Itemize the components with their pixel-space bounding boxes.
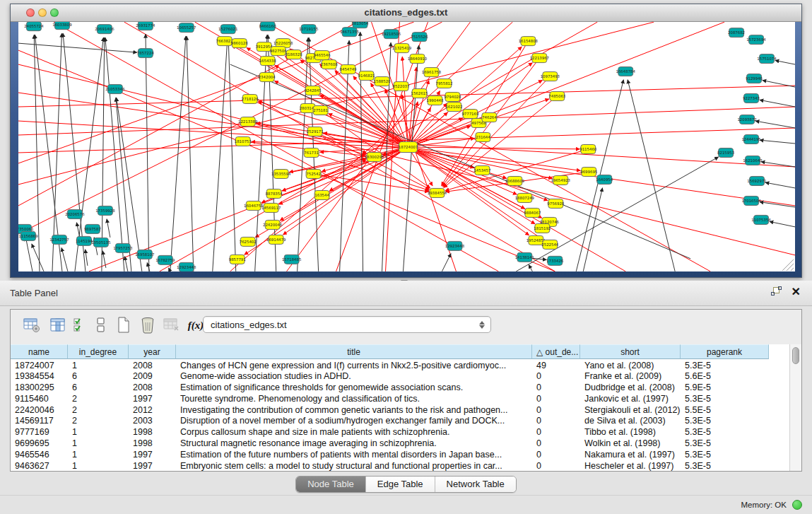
table-cell[interactable]: de Silva et al. (2003) [580, 415, 681, 426]
graph-node[interactable]: 8454749 [340, 65, 358, 74]
graph-node[interactable]: 16210643 [743, 156, 762, 165]
graph-node[interactable]: 16033809 [52, 22, 72, 30]
table-row[interactable]: 2242004622012Investigating the contribut… [11, 404, 789, 415]
graph-node[interactable]: 21053346 [105, 85, 125, 94]
table-cell[interactable]: 9777169 [11, 426, 68, 438]
graph-node[interactable]: 15692971 [747, 176, 766, 185]
graph-node[interactable]: 9897587 [84, 224, 101, 233]
graph-node[interactable]: 13535594 [271, 169, 291, 178]
table-cell[interactable]: 5.5E-5 [681, 404, 769, 415]
table-cell[interactable]: 5.3E-5 [681, 438, 769, 449]
graph-node[interactable]: 8813054 [352, 22, 370, 28]
graph-node[interactable]: 19654923 [551, 175, 570, 185]
table-cell[interactable]: 1 [68, 359, 129, 370]
graph-node[interactable]: 10973493 [541, 72, 560, 81]
graph-node[interactable]: 7515526 [411, 33, 429, 42]
graph-node[interactable]: 26931774 [136, 22, 155, 30]
graph-node[interactable]: 746264 [482, 113, 497, 122]
network-window[interactable]: citations_edges.txt 24055724160338092069… [10, 4, 802, 278]
graph-node[interactable]: 12444195 [741, 135, 760, 144]
table-cell[interactable]: 0 [532, 382, 580, 393]
table-row[interactable]: 1456911722003Disruption of a novel membe… [11, 415, 789, 426]
graph-node[interactable]: 9699695 [580, 167, 597, 176]
table-row[interactable]: 946554611997Estimation of the future num… [11, 448, 789, 460]
table-cell[interactable]: 18724007 [11, 359, 68, 370]
table-cell[interactable]: 2 [68, 392, 129, 404]
row-mode-icon[interactable] [91, 315, 111, 335]
float-panel-icon[interactable] [771, 286, 782, 297]
table-cell[interactable]: 9699695 [11, 438, 68, 449]
graph-node[interactable]: 17359928 [95, 206, 115, 215]
graph-node[interactable]: 9146821 [358, 71, 375, 81]
table-cell[interactable]: 18300295 [11, 382, 68, 393]
graph-node[interactable]: 8466160 [259, 22, 277, 31]
graph-node[interactable]: 15751074 [757, 54, 777, 64]
graph-node[interactable]: 20691406 [95, 25, 114, 34]
graph-node[interactable]: 14138141 [515, 252, 534, 262]
graph-node[interactable]: 15718485 [282, 255, 301, 264]
table-cell[interactable]: 1 [68, 460, 129, 471]
graph-node[interactable]: 18640910 [408, 54, 428, 64]
table-cell[interactable]: Dudbridge et al. (2008) [580, 382, 681, 393]
table-row[interactable]: 1830029562008Estimation of significance … [11, 382, 789, 393]
table-cell[interactable]: Changes of HCN gene expression and I(f) … [176, 359, 532, 370]
graph-node[interactable]: 275181 [313, 106, 328, 115]
graph-node[interactable]: 1562615 [411, 89, 428, 98]
graph-node[interactable]: 2718126 [242, 95, 259, 104]
tab-network-table[interactable]: Network Table [435, 477, 516, 492]
table-cell[interactable]: 1 [68, 426, 129, 438]
table-cell[interactable]: 2009 [129, 370, 176, 382]
graph-node[interactable]: 231644 [476, 133, 490, 142]
graph-node[interactable]: 1453457 [473, 165, 490, 175]
memory-status-icon[interactable] [792, 500, 802, 510]
table-selector-dropdown[interactable]: citations_edges.txt [203, 316, 491, 333]
column-header-in-degree[interactable]: in_degree [68, 344, 129, 359]
graph-node[interactable]: 16914479 [266, 235, 286, 244]
graph-node[interactable]: 1815192 [534, 223, 551, 233]
table-cell[interactable]: 49 [532, 359, 580, 370]
graph-node[interactable]: 19384554 [428, 188, 447, 197]
graph-node[interactable]: 14671355 [340, 28, 359, 37]
table-cell[interactable]: Genome-wide association studies in ADHD. [176, 370, 532, 382]
table-cell[interactable]: 9465546 [11, 448, 68, 460]
graph-node[interactable]: 18300295 [365, 152, 384, 161]
table-cell[interactable]: 2 [68, 415, 129, 426]
delete-table-icon[interactable] [162, 315, 182, 335]
table-cell[interactable]: 22420046 [11, 404, 68, 415]
graph-node[interactable]: 9860128 [231, 39, 249, 48]
table-cell[interactable]: Estimation of the future numbers of pati… [176, 448, 532, 460]
graph-node[interactable]: 20206576 [65, 209, 85, 218]
resize-grip[interactable] [782, 259, 794, 271]
graph-node[interactable]: 22420046 [263, 220, 283, 229]
table-row[interactable]: 969969511998Structural magnetic resonanc… [11, 438, 789, 449]
table-cell[interactable]: 1 [68, 438, 129, 449]
graph-node[interactable]: 12213389 [238, 117, 258, 127]
graph-node[interactable]: 10719155 [299, 25, 318, 34]
graph-node[interactable]: 761731 [304, 148, 319, 157]
graph-node[interactable]: 9465546 [314, 51, 331, 60]
table-cell[interactable]: 19384554 [11, 370, 68, 382]
table-cell[interactable]: 2008 [129, 382, 176, 393]
table-cell[interactable]: Nakamura et al. (1997) [580, 448, 681, 460]
graph-node[interactable]: 12093872 [737, 115, 756, 124]
table-cell[interactable]: 1 [68, 448, 129, 460]
graph-node[interactable]: 24055724 [24, 22, 44, 31]
table-cell[interactable]: 6 [68, 382, 129, 393]
graph-node[interactable]: 752542 [306, 169, 321, 178]
table-settings-icon[interactable] [22, 315, 42, 335]
graph-node[interactable]: 1810753 [235, 137, 252, 146]
table-cell[interactable]: 1998 [129, 426, 176, 438]
graph-node[interactable]: 8522037 [393, 82, 410, 91]
table-cell[interactable]: Franke et al. (2009) [580, 370, 681, 382]
column-header-year[interactable]: year [129, 344, 176, 359]
graph-node[interactable]: 13505135 [91, 238, 110, 247]
table-cell[interactable]: 2 [68, 404, 129, 415]
table-cell[interactable]: Stergiakouli et al. (2012) [580, 404, 681, 415]
graph-node[interactable]: 19218506 [382, 30, 401, 39]
table-cell[interactable]: 5.3E-5 [681, 415, 769, 426]
column-header-pagerank[interactable]: pagerank [681, 344, 769, 359]
graph-node[interactable]: 7625402 [240, 237, 257, 246]
graph-node[interactable]: 12923448 [445, 241, 465, 250]
graph-node[interactable]: 7955812 [435, 79, 452, 88]
table-cell[interactable]: 0 [532, 415, 580, 426]
